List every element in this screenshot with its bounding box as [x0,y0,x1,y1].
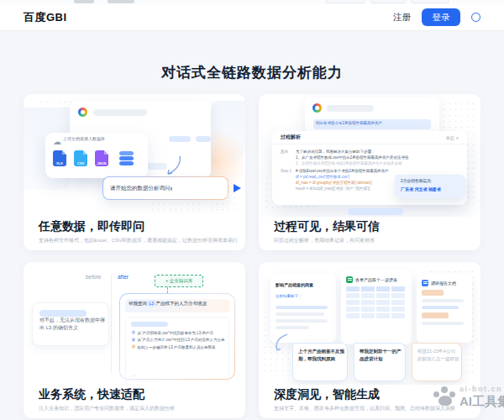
placeholder-bar [93,109,147,116]
curved-arrow-icon [161,155,183,178]
clipped-box [326,0,365,3]
placeholder-bar [327,105,374,112]
highlight-bar [422,312,449,318]
think-label: 思路 [281,149,296,166]
result-popup: 2月份销售额最高: 广东省 河北省 福建省 [395,175,466,198]
placeholder-bar [422,306,459,309]
placeholder-bar [276,326,309,329]
highlight-bar [422,290,444,296]
json-file-icon: JSON [95,150,108,166]
card-title: 任意数据，即传即问 [39,219,144,234]
document-icon [422,280,428,286]
placeholder-bar [196,136,211,142]
before-box: 对不起，无法从现有数据中得出 L3 的确切含义 [32,302,109,346]
chat-input-box[interactable]: 请开始您的数据分析询问 [102,176,228,200]
card1-illustration: ☁ 上传文档或接入数据库 XLS CSV JSON [24,94,245,217]
upload-label: 上传文档或接入数据库 [63,136,105,142]
header: 百度GBI 注册 登录 [0,4,504,30]
clipped-box [371,0,405,3]
process-panel-title: 过程解析 [281,134,301,141]
card3-illustration: before after 对不起，无法从现有数据中得出 L3 的确切含义 + 企… [24,262,245,385]
spreadsheet-icon [346,276,353,283]
card2-illustration: 列出各省份今年2月份销售额最高的资产 过程解析 收起 ∧ 思路 为了解 [259,94,480,217]
placeholder-bar [422,322,464,325]
chat-input-text: 请开始您的数据分析询问 [110,185,172,192]
feature-card-any-data: ☁ 上传文档或接入数据库 XLS CSV JSON [24,94,245,250]
step-item: 3绘制上一步确定的 L3 产品数量和人员分布图表 [131,344,228,350]
doc3-title: 调研报告文档 [431,280,456,286]
placeholder-bar [348,208,403,215]
watermark: ai-bot.cn AI工具集 [433,380,504,417]
table-grid [346,286,407,318]
clipped-box [412,0,449,3]
page-title: 对话式全链路数据分析能力 [0,63,504,82]
login-button[interactable]: 登录 [422,8,460,26]
l3-chip: L3 [148,300,155,306]
header-actions: 注册 登录 [393,8,480,26]
csv-file-icon: CSV [74,150,87,166]
before-label: before [86,274,101,281]
doc1-subtitle: 分析结果如下： [276,293,331,299]
divider [111,274,112,373]
feature-card-business: before after 对不起，无法从现有数据中得出 L3 的确切含义 + 企… [24,262,245,418]
xls-file-icon: XLS [53,150,66,166]
knowledge-base-tag: + 企业知识库 [155,275,203,287]
feature-grid: ☁ 上传文档或接入数据库 XLS CSV JSON [24,94,480,418]
ellipsis: … [131,371,177,377]
placeholder-bar [276,306,328,309]
curved-arrow-icon [272,333,292,354]
query-pill: 帮我查询 L3 产品线下的人力分布情况 [125,299,229,312]
collapse-toggle[interactable]: 收起 ∧ [446,134,459,140]
step-item: 2从“产品人力统计.csv”中找到 L3 产品对应的人力分布 [131,338,228,344]
database-icon [119,151,134,166]
card4-illustration: 影响产品销量的因素 分析结果如下： 各类产品双十一进货表 [259,262,480,385]
suggestion-bubble[interactable]: 根据21-23年A公司的财报汇总一篇研报 [412,343,462,381]
placeholder-bar [169,136,191,142]
doc2-title: 各类产品双十一进货表 [355,276,397,282]
before-text: 对不起，无法从现有数据中得出 L3 的确切含义 [39,316,107,331]
clipped-pill [74,0,94,3]
page: 百度GBI 注册 登录 对话式全链路数据分析能力 [0,0,504,420]
circle-ring-icon[interactable] [471,13,480,22]
suggestion-bubble[interactable]: 帮我定制双十一的产品进货计划 [354,343,406,381]
watermark-name: AI工具集 [459,394,504,410]
baidu-gbi-logo[interactable]: 百度GBI [24,10,67,25]
text-cursor [171,187,172,191]
steps-panel: 1从“产品明细表.csv”中找到标签名为 L3 的产品 2从“产品人力统计.cs… [125,317,229,385]
card-title: 过程可见，结果可信 [274,219,380,234]
card-desc: 回答过程全解析，查阅结果记录，再问更精准 [274,237,471,244]
placeholder-bar [276,319,328,323]
placeholder-bar [131,322,168,327]
step-item: 1从“产品明细表.csv”中找到标签名为 L3 的产品 [131,330,228,336]
user-question-bar: 列出各省份今年2月份销售额最高的资产 [313,119,431,129]
suggestion-bubble[interactable]: 上个月产品销量不及预期，帮我找到原因 [292,343,348,381]
sheet-doc-thumbnail: 各类产品双十一进货表 [341,270,412,344]
report-doc-thumbnail: 调研报告文档 [417,274,472,343]
think-step-a: 1、从广东省销售数据.csv中找出2月份销售额最高的资产及对应省份 [296,155,459,160]
register-link[interactable]: 注册 [393,12,411,24]
watermark-site: ai-bot.cn [459,385,502,393]
cloud-upload-icon: ☁ [53,138,61,146]
spinner-logo-icon [312,103,322,113]
feature-card-process: 列出各省份今年2月份销售额最高的资产 过程解析 收起 ∧ 思路 为了解 [259,94,480,250]
popup-values: 广东省 河北省 福建省 [401,186,468,192]
doc1-title: 影响产品销量的因素 [276,282,331,288]
step-label: Step 1 [281,168,296,192]
card-title: 深度洞见，智能生成 [274,387,380,402]
placeholder-bar [276,312,324,316]
card-title: 业务系统，快速适配 [39,387,144,402]
after-label: after [118,274,129,281]
after-panel: 帮我查询 L3 产品线下的人力分布情况 1从“产品明细表.csv”中找到标签名为… [119,293,235,380]
upload-card: ☁ 上传文档或接入数据库 XLS CSV JSON [45,133,148,178]
think-step-b: 2、按销售额排序得到各省份2月份销售额最高的资产名称及金额 [296,160,459,166]
card-desc: 注入业务知识，适应用户专业问数需求，满足深入的数据分析 [39,405,236,412]
placeholder-bar [422,299,464,302]
spinner-logo-icon [78,108,87,117]
clipped-pill [108,0,134,3]
think-intro: 为了解决该问题，我将解决方案分解如下步骤： [296,149,459,155]
send-icon[interactable] [234,184,241,192]
card-desc: 支持各种文件格式，包括Excel、CSV和数据库，通通都能搞定，让数据分析变得简… [39,237,236,244]
popup-title: 2月份销售额最高: [401,178,468,184]
paw-logo-icon [433,386,457,408]
